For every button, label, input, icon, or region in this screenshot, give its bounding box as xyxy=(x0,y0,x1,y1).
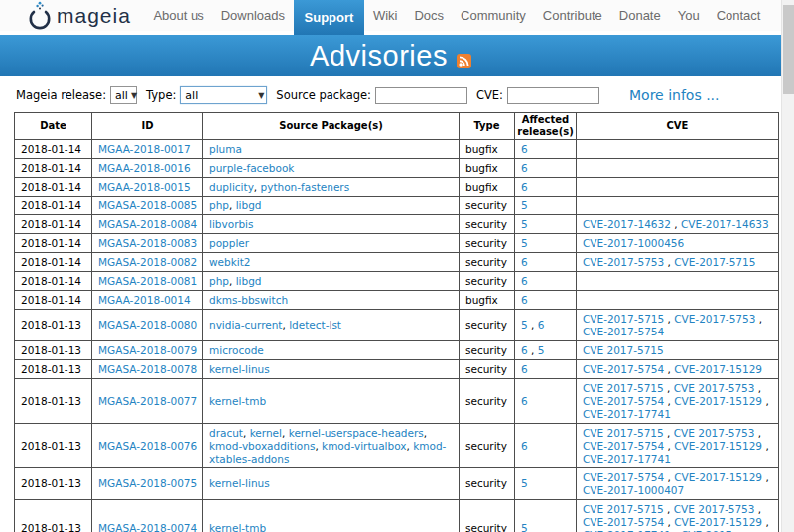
more-infos-link[interactable]: More infos ... xyxy=(629,87,720,103)
advisory-link[interactable]: MGASA-2018-0078 xyxy=(98,363,197,375)
nav-item-support[interactable]: Support xyxy=(294,0,365,35)
cve-link[interactable]: CVE-2017-5754 xyxy=(583,440,664,452)
cve-link[interactable]: CVE-2017-5715 xyxy=(583,313,664,325)
advisory-link[interactable]: MGASA-2018-0080 xyxy=(98,319,197,331)
source-package-input[interactable] xyxy=(375,87,467,104)
advisory-link[interactable]: MGAA-2018-0015 xyxy=(98,181,191,193)
package-link[interactable]: kernel-tmb xyxy=(209,395,266,407)
package-link[interactable]: php xyxy=(209,200,229,211)
advisory-link[interactable]: MGASA-2018-0085 xyxy=(98,200,197,211)
package-link[interactable]: duplicity xyxy=(209,181,254,193)
cve-link[interactable]: CVE-2017-14633 xyxy=(681,218,769,230)
advisory-link[interactable]: MGAA-2018-0016 xyxy=(98,162,191,174)
package-link[interactable]: poppler xyxy=(209,237,249,249)
nav-item-contact[interactable]: Contact xyxy=(708,0,769,31)
cve-link[interactable]: CVE-2017-5754 xyxy=(583,516,664,528)
release-link[interactable]: 5 xyxy=(521,218,528,230)
package-link[interactable]: kernel-linus xyxy=(209,477,270,489)
package-link[interactable]: nvidia-current xyxy=(209,319,282,331)
cve-link[interactable]: CVE-2017-5753 xyxy=(674,313,755,325)
package-link[interactable]: libgd xyxy=(236,275,262,287)
nav-item-docs[interactable]: Docs xyxy=(406,0,453,31)
cve-link[interactable]: CVE-2017-5754 xyxy=(583,471,664,483)
package-link[interactable]: kernel xyxy=(250,427,282,439)
package-link[interactable]: php xyxy=(209,275,229,287)
cve-link[interactable]: CVE 2017-5715 xyxy=(583,344,664,356)
release-link[interactable]: 5 xyxy=(521,477,528,489)
cve-link[interactable]: CVE-2017-5754 xyxy=(583,395,664,407)
release-link[interactable]: 5 xyxy=(521,200,528,211)
cve-link[interactable]: CVE 2017-5753 xyxy=(674,382,755,394)
cve-link[interactable]: CVE 2017-5753 xyxy=(674,503,755,515)
cve-link[interactable]: CVE-2017-14632 xyxy=(583,218,671,230)
cve-link[interactable]: CVE-2017-17741 xyxy=(583,408,671,420)
package-link[interactable]: kernel-userspace-headers xyxy=(289,427,424,439)
package-link[interactable]: microcode xyxy=(209,344,264,356)
nav-item-wiki[interactable]: Wiki xyxy=(364,0,406,31)
package-link[interactable]: kernel-tmb xyxy=(209,522,266,532)
release-link[interactable]: 6 xyxy=(521,363,528,375)
cve-link[interactable]: CVE-2017-5753 xyxy=(583,256,664,268)
cve-link[interactable]: CVE-2017-1000407 xyxy=(583,484,684,496)
cve-link[interactable]: CVE-2017-5715 xyxy=(674,256,755,268)
nav-item-donate[interactable]: Donate xyxy=(610,0,669,31)
cve-link[interactable]: CVE-2017-15129 xyxy=(674,363,762,375)
release-link[interactable]: 6 xyxy=(521,440,528,452)
advisory-link[interactable]: MGASA-2018-0076 xyxy=(98,440,197,452)
release-link[interactable]: 6 xyxy=(521,344,528,356)
advisory-link[interactable]: MGASA-2018-0082 xyxy=(98,256,197,268)
advisory-link[interactable]: MGASA-2018-0077 xyxy=(98,395,197,407)
package-link[interactable]: pluma xyxy=(209,143,242,155)
cve-link[interactable]: CVE-2017-1000456 xyxy=(583,237,684,249)
cve-link[interactable]: CVE 2017-5753 xyxy=(674,427,755,439)
advisory-link[interactable]: MGASA-2018-0075 xyxy=(98,477,197,489)
cve-link[interactable]: CVE-2017-15129 xyxy=(674,516,762,528)
package-link[interactable]: purple-facebook xyxy=(209,162,294,174)
nav-item-contribute[interactable]: Contribute xyxy=(534,0,610,31)
cve-input[interactable] xyxy=(507,87,599,104)
rss-icon[interactable] xyxy=(457,54,471,68)
release-link[interactable]: 6 xyxy=(521,256,528,268)
nav-item-downloads[interactable]: Downloads xyxy=(212,0,293,31)
release-link[interactable]: 6 xyxy=(521,294,528,306)
package-link[interactable]: kmod-virtualbox xyxy=(322,440,406,452)
advisory-link[interactable]: MGASA-2018-0084 xyxy=(98,218,197,230)
scrollbar[interactable] xyxy=(781,0,794,532)
release-link[interactable]: 6 xyxy=(521,181,528,193)
package-link[interactable]: dkms-bbswitch xyxy=(209,294,288,306)
cve-link[interactable]: CVE-2017-15129 xyxy=(674,395,762,407)
mageia-logo[interactable]: mageia xyxy=(27,0,131,31)
advisory-link[interactable]: MGASA-2018-0074 xyxy=(98,522,197,532)
cve-link[interactable]: CVE-2017-5754 xyxy=(583,363,664,375)
release-select[interactable]: all ▼ xyxy=(110,86,137,104)
nav-item-community[interactable]: Community xyxy=(453,0,535,31)
package-link[interactable]: webkit2 xyxy=(209,256,251,268)
nav-item-about-us[interactable]: About us xyxy=(145,0,212,31)
package-link[interactable]: ldetect-lst xyxy=(289,319,341,331)
release-link[interactable]: 5 xyxy=(521,522,528,532)
release-link[interactable]: 5 xyxy=(521,319,528,331)
advisory-link[interactable]: MGASA-2018-0079 xyxy=(98,344,197,356)
release-link[interactable]: 6 xyxy=(521,162,528,174)
package-link[interactable]: kernel-linus xyxy=(209,363,270,375)
advisory-link[interactable]: MGASA-2018-0083 xyxy=(98,237,197,249)
cve-link[interactable]: CVE 2017-5715 xyxy=(583,503,664,515)
nav-item-you[interactable]: You xyxy=(669,0,708,31)
package-link[interactable]: libgd xyxy=(236,200,262,211)
release-link[interactable]: 6 xyxy=(521,275,528,287)
cve-link[interactable]: CVE 2017-5715 xyxy=(583,382,664,394)
release-link[interactable]: 6 xyxy=(521,143,528,155)
advisory-link[interactable]: MGASA-2018-0081 xyxy=(98,275,197,287)
package-link[interactable]: kmod-vboxadditions xyxy=(209,440,315,452)
cve-link[interactable]: CVE-2017-17741 xyxy=(583,529,671,532)
type-select[interactable]: all ▼ xyxy=(180,86,267,104)
cve-link[interactable]: CVE-2017-17741 xyxy=(583,453,671,465)
cve-link[interactable]: CVE-2017-15129 xyxy=(674,440,762,452)
cve-link[interactable]: CVE 2017-5715 xyxy=(583,427,664,439)
cve-link[interactable]: CVE-2017-15129 xyxy=(674,471,762,483)
package-link[interactable]: python-fasteners xyxy=(261,181,350,193)
package-link[interactable]: libvorbis xyxy=(209,218,254,230)
advisory-link[interactable]: MGAA-2018-0017 xyxy=(98,143,191,155)
release-link[interactable]: 5 xyxy=(521,237,528,249)
release-link[interactable]: 6 xyxy=(521,395,528,407)
